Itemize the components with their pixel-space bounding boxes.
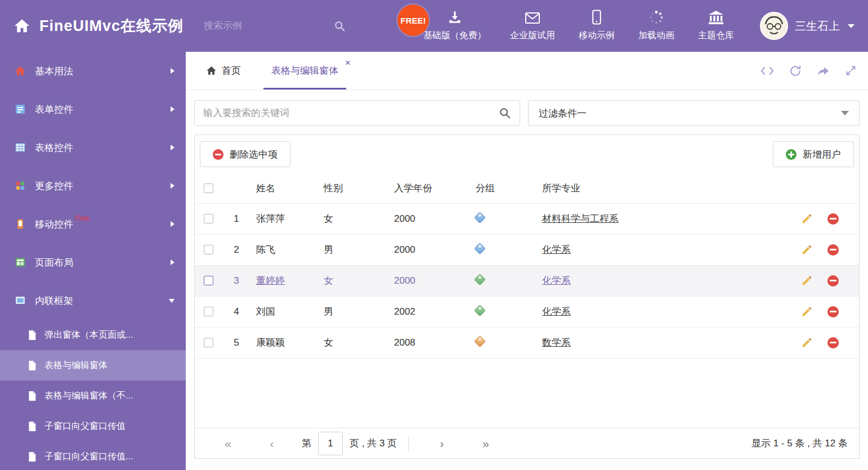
table-row[interactable]: 2 陈飞 男 2000 化学系 (195, 234, 859, 265)
keyword-search-box (194, 100, 520, 126)
row-checkbox[interactable] (204, 245, 213, 254)
main-area: 首页 表格与编辑窗体 × (186, 52, 868, 470)
page-last-button[interactable]: » (476, 437, 495, 450)
free-badge: FREE! (397, 5, 429, 36)
app-title: FineUIMvc在线示例 (39, 16, 184, 36)
page-prev-button[interactable]: ‹ (262, 437, 281, 450)
bank-icon (708, 10, 724, 25)
sidebar-subitem-child-to-parent[interactable]: 子窗口向父窗口传值 (0, 411, 186, 441)
tag-icon (474, 211, 486, 223)
code-icon[interactable] (760, 65, 774, 77)
home-icon (14, 17, 30, 34)
col-major[interactable]: 所学专业 (534, 173, 788, 203)
cell-gender: 男 (317, 296, 387, 327)
table-row[interactable]: 5 康颖颖 女 2008 数学系 (195, 327, 859, 358)
nav-mobile-demo[interactable]: 移动示例 (579, 10, 615, 42)
filter-row: 过滤条件一 (194, 100, 860, 126)
add-user-button[interactable]: 新增用户 (773, 141, 854, 167)
home-small-icon (15, 65, 26, 77)
file-icon (27, 391, 37, 401)
sidebar-item-form-controls[interactable]: 表单控件 (0, 90, 186, 128)
cell-name: 张萍萍 (256, 213, 285, 224)
sidebar-item-table-controls[interactable]: 表格控件 (0, 128, 186, 167)
user-menu[interactable]: 三生石上 (760, 12, 854, 40)
page-first-button[interactable]: « (218, 437, 238, 450)
nav-loading-animation[interactable]: 加载动画 (638, 10, 674, 42)
sidebar-subitem-child-to-parent-2[interactable]: 子窗口向父窗口传值... (0, 441, 186, 470)
major-link[interactable]: 化学系 (542, 306, 571, 317)
layout-icon (15, 257, 26, 268)
sidebar: 基本用法 表单控件 表格控件 更多控件 移动控件Corp. 页面布局 (0, 52, 186, 470)
page-content: 过滤条件一 删除选中项 新增用户 (186, 90, 868, 470)
col-name[interactable]: 姓名 (248, 173, 317, 203)
cell-gender: 女 (317, 203, 387, 234)
grid-panel: 删除选中项 新增用户 姓名 性别 入学年份 (194, 135, 860, 459)
row-checkbox[interactable] (204, 307, 213, 316)
nav-theme-repo[interactable]: 主题仓库 (698, 10, 734, 42)
col-year[interactable]: 入学年份 (387, 173, 469, 203)
mobile-small-icon (15, 218, 26, 230)
app-brand[interactable]: FineUIMvc在线示例 (14, 16, 184, 36)
cell-year: 2000 (387, 265, 469, 296)
row-checkbox[interactable] (204, 338, 213, 347)
nav-enterprise-trial[interactable]: 企业版试用 (510, 10, 555, 42)
major-link[interactable]: 化学系 (542, 275, 571, 286)
delete-row-icon[interactable] (827, 213, 839, 225)
sidebar-item-inline-frame[interactable]: 内联框架 (0, 281, 186, 320)
row-checkbox[interactable] (204, 214, 213, 223)
edit-pencil-icon[interactable] (801, 213, 813, 225)
edit-pencil-icon[interactable] (801, 306, 813, 317)
sidebar-item-mobile-controls[interactable]: 移动控件Corp. (0, 205, 186, 243)
refresh-icon[interactable] (789, 65, 802, 77)
page-next-button[interactable]: › (432, 437, 451, 450)
delete-row-icon[interactable] (827, 275, 839, 287)
col-gender[interactable]: 性别 (317, 173, 387, 203)
keyword-search-input[interactable] (203, 108, 499, 119)
tab-grid-edit-window[interactable]: 表格与编辑窗体 × (263, 52, 346, 89)
tab-close-icon[interactable]: × (345, 58, 351, 68)
table-row[interactable]: 1 张萍萍 女 2000 材料科学与工程系 (195, 203, 859, 234)
sidebar-item-basic-usage[interactable]: 基本用法 (0, 52, 186, 90)
cell-name: 康颖颖 (256, 337, 285, 348)
delete-row-icon[interactable] (827, 244, 839, 256)
delete-selected-button[interactable]: 删除选中项 (200, 141, 290, 167)
col-group[interactable]: 分组 (469, 173, 534, 203)
share-icon[interactable] (817, 65, 830, 77)
delete-row-icon[interactable] (827, 306, 839, 317)
edit-pencil-icon[interactable] (801, 275, 813, 287)
sidebar-item-more-controls[interactable]: 更多控件 (0, 167, 186, 205)
header-search-input[interactable] (204, 20, 328, 32)
table-row-selected[interactable]: 3 董婷婷 女 2000 化学系 (195, 265, 859, 296)
filter-dropdown[interactable]: 过滤条件一 (528, 100, 860, 126)
major-link[interactable]: 材料科学与工程系 (542, 213, 619, 224)
select-all-checkbox[interactable] (204, 183, 213, 193)
search-icon[interactable] (334, 20, 346, 32)
cell-gender: 女 (317, 265, 387, 296)
edit-pencil-icon[interactable] (801, 337, 813, 348)
nav-label: 移动示例 (579, 30, 615, 42)
delete-row-icon[interactable] (827, 337, 839, 348)
major-link[interactable]: 化学系 (542, 244, 571, 255)
tab-home[interactable]: 首页 (204, 52, 243, 89)
header-nav: FREE! 基础版（免费） 企业版试用 移动示例 加载动画 (423, 10, 734, 42)
more-controls-icon (15, 180, 26, 191)
tab-toolbar (760, 52, 857, 89)
pagination-bar: « ‹ 第 页 , 共 3 页 › » 显示 1 - 5 条 , 共 12 条 (195, 428, 859, 458)
sidebar-subitem-popup-window[interactable]: 弹出窗体（本页面或... (0, 320, 186, 350)
row-checkbox[interactable] (204, 276, 213, 285)
page-number-input[interactable] (318, 432, 343, 455)
row-number: 5 (225, 327, 248, 358)
tab-bar: 首页 表格与编辑窗体 × (186, 52, 868, 90)
table-row[interactable]: 4 刘国 男 2002 化学系 (195, 296, 859, 327)
sidebar-item-page-layout[interactable]: 页面布局 (0, 243, 186, 281)
search-icon[interactable] (499, 107, 511, 119)
home-tab-icon (206, 65, 217, 76)
sidebar-subitem-grid-edit-window-nopopup[interactable]: 表格与编辑窗体（不... (0, 381, 186, 411)
major-link[interactable]: 数学系 (542, 337, 571, 348)
sidebar-subitem-grid-edit-window[interactable]: 表格与编辑窗体 (0, 350, 186, 381)
nav-label: 企业版试用 (510, 30, 555, 42)
expand-icon[interactable] (845, 65, 857, 77)
edit-pencil-icon[interactable] (801, 244, 813, 256)
nav-basic-edition[interactable]: FREE! 基础版（免费） (423, 10, 486, 42)
tag-icon (474, 273, 486, 285)
